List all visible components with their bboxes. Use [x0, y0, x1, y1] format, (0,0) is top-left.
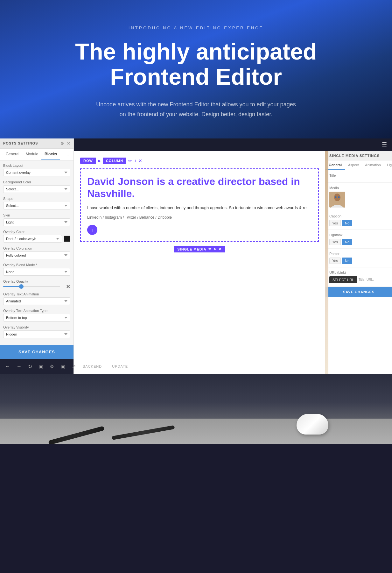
settings-icon[interactable]: ⚙ [48, 362, 56, 371]
canvas-toolbar: ☰ [74, 138, 392, 151]
overlay-visibility-select[interactable]: Hidden [3, 330, 70, 338]
overlay-color-label: Overlay Color [3, 230, 70, 234]
page-preview: ROW ▶ COLUMN ✏ + ✕ David Jonson is a cre… [74, 151, 325, 374]
breadcrumb-row[interactable]: ROW [80, 158, 96, 164]
mouse [297, 414, 328, 435]
forward-icon[interactable]: → [15, 362, 24, 371]
right-panel: SINGLE MEDIA SETTINGS General Aspect Ani… [325, 151, 392, 374]
content-box: David Jonson is a creative director base… [80, 168, 319, 242]
overlay-coloration-select[interactable]: Fully colored [3, 251, 70, 259]
tab-blocks[interactable]: Blocks [41, 149, 60, 160]
background-color-select[interactable]: Select... [3, 185, 70, 193]
background-color-field: Background Color Select... [3, 180, 70, 193]
scroll-button[interactable]: ↓ [87, 225, 97, 235]
url-url-hint: URL: [367, 278, 374, 281]
hamburger-icon[interactable]: ☰ [382, 141, 387, 148]
refresh-icon[interactable]: ↻ [26, 362, 34, 371]
right-media-label: Media [329, 186, 388, 190]
export-icon[interactable]: ↗ [70, 362, 78, 371]
right-lightbox-field: Lightbox Yes No [326, 230, 392, 249]
poster-yes-button[interactable]: Yes [329, 258, 341, 264]
tab-general[interactable]: General [3, 149, 23, 160]
select-url-button[interactable]: SELECT URL [329, 276, 357, 283]
media-refresh-icon[interactable]: ↻ [214, 247, 217, 251]
block-layout-select[interactable]: Content overlay [3, 169, 70, 176]
shape-label: Shape [3, 197, 70, 201]
overlay-blend-mode-select[interactable]: None [3, 268, 70, 276]
shape-select[interactable]: Select... [3, 202, 70, 209]
right-url-label: URL (Link) [329, 271, 388, 274]
media-edit-icon[interactable]: ✏ [208, 247, 212, 251]
right-caption-field: Caption Yes No [326, 211, 392, 230]
overlay-text-animation-type-label: Overlay Text Animation Type [3, 309, 70, 313]
panel-header: POSTS SETTINGS ⚙ ✕ [0, 138, 74, 149]
right-media-field: Media [326, 183, 392, 211]
canvas-content: ROW ▶ COLUMN ✏ + ✕ David Jonson is a cre… [74, 151, 392, 374]
url-title-hint: Title: [359, 278, 365, 281]
block-layout-label: Block Layout [3, 164, 70, 167]
right-title-field: Title [326, 170, 392, 183]
canvas-area: ☰ [74, 138, 392, 374]
svg-point-13 [335, 196, 337, 198]
close-icon[interactable]: ✕ [67, 141, 70, 146]
overlay-text-animation-field: Overlay Text Animation Animated [3, 292, 70, 305]
overlay-color-field: Overlay Color Dark 2 : color-wayh [3, 230, 70, 243]
overlay-color-swatch[interactable] [64, 236, 70, 242]
overlay-color-row: Dark 2 : color-wayh [3, 235, 70, 243]
breadcrumb-bar: ROW ▶ COLUMN ✏ + ✕ [80, 158, 319, 164]
svg-point-14 [338, 196, 340, 198]
hero-title: The highly anticipated Frontend Editor [53, 39, 339, 89]
breadcrumb-sep: ▶ [98, 159, 101, 163]
caption-yes-button[interactable]: Yes [329, 220, 341, 226]
breadcrumb-column[interactable]: COLUMN [103, 158, 126, 164]
right-poster-field: Poster Yes No [326, 249, 392, 267]
back-icon[interactable]: ← [3, 362, 12, 371]
tab-more[interactable]: ... [64, 149, 71, 160]
overlay-opacity-label: Overlay Opacity [3, 279, 70, 283]
poster-no-button[interactable]: No [342, 258, 352, 264]
skin-label: Skin [3, 213, 70, 217]
opacity-row: 30 [3, 285, 70, 288]
edit-icon[interactable]: ✏ [128, 158, 132, 163]
caption-no-button[interactable]: No [342, 220, 352, 226]
right-tab-aspect[interactable]: Aspect [345, 160, 362, 170]
caption-yes-no: Yes No [329, 220, 388, 226]
hero-description: Uncode arrives with the new Frontend Edi… [94, 100, 298, 119]
tab-module[interactable]: Module [23, 149, 41, 160]
overlay-text-animation-select[interactable]: Animated [3, 297, 70, 305]
opacity-slider[interactable] [3, 286, 60, 287]
desk-area [0, 374, 392, 444]
right-lightbox-label: Lightbox [329, 233, 388, 237]
shape-field: Shape Select... [3, 197, 70, 209]
right-tab-lightbox[interactable]: Lightbox [384, 160, 392, 170]
lightbox-yes-button[interactable]: Yes [329, 239, 341, 245]
right-poster-label: Poster [329, 252, 388, 256]
overlay-color-select[interactable]: Dark 2 : color-wayh [3, 235, 62, 243]
panel-icons: ⚙ ✕ [60, 141, 70, 146]
panel-tabs: General Module Blocks ... [0, 149, 74, 160]
right-save-button[interactable]: SAVE CHANGES [326, 287, 392, 297]
left-panel: POSTS SETTINGS ⚙ ✕ General Module Blocks… [0, 138, 74, 374]
skin-field: Skin Light [3, 213, 70, 226]
media-bar: SINGLE MEDIA ✏ ↻ ✕ [80, 246, 319, 252]
overlay-blend-mode-field: Overlay Blend Mode * None [3, 263, 70, 276]
overlay-text-animation-type-select[interactable]: Bottom to top [3, 314, 70, 322]
panel-content: Block Layout Content overlay Background … [0, 160, 74, 345]
media-thumbnail[interactable] [329, 192, 345, 208]
backend-label[interactable]: BACKEND [83, 364, 102, 368]
lightbox-no-button[interactable]: No [342, 239, 352, 245]
gear-icon[interactable]: ⚙ [60, 141, 64, 146]
right-tab-animation[interactable]: Animation [362, 160, 384, 170]
right-tab-general[interactable]: General [326, 160, 345, 170]
save-changes-button[interactable]: SAVE CHANGES [0, 345, 74, 359]
hero-subtitle: INTRODUCING A NEW EDITING EXPERIENCE [13, 25, 379, 30]
update-label[interactable]: UPDATE [112, 364, 128, 368]
add-icon[interactable]: + [134, 158, 136, 163]
skin-select[interactable]: Light [3, 218, 70, 226]
overlay-coloration-field: Overlay Coloration Fully colored [3, 246, 70, 259]
monitor-icon[interactable]: ▣ [59, 362, 67, 371]
media-close-icon[interactable]: ✕ [219, 247, 222, 251]
background-color-label: Background Color [3, 180, 70, 184]
close-breadcrumb-icon[interactable]: ✕ [138, 158, 142, 163]
frame-icon[interactable]: ▣ [37, 362, 45, 371]
